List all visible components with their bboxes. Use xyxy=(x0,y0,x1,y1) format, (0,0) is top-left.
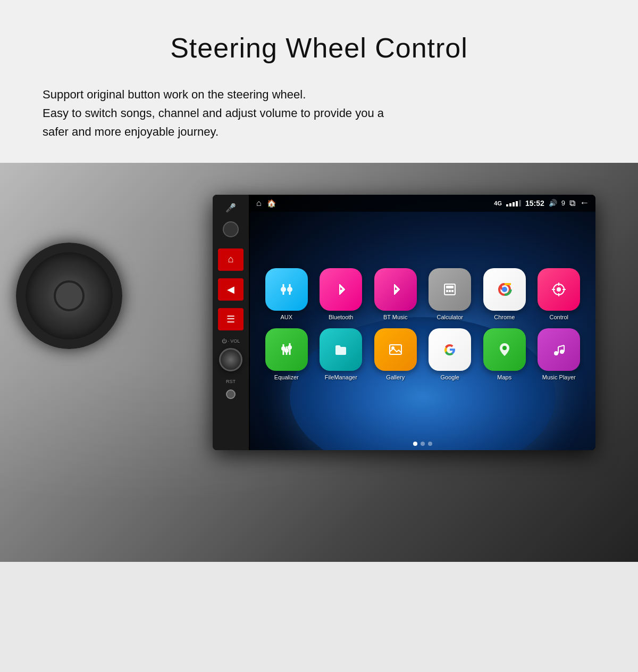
app-musicplayer[interactable]: Music Player xyxy=(538,328,580,380)
signal-4g-text: 4G xyxy=(494,200,502,206)
camera-dot xyxy=(223,221,239,237)
app-label-equalizer: Equalizer xyxy=(274,374,299,380)
app-maps[interactable]: Maps xyxy=(483,328,526,380)
back-icon: ◀ xyxy=(227,284,234,295)
svg-point-23 xyxy=(284,349,289,353)
bar2 xyxy=(509,203,511,206)
volume-number: 9 xyxy=(561,199,565,207)
app-icon-google xyxy=(429,328,471,371)
app-label-calculator: Calculator xyxy=(436,314,463,320)
status-house-icon[interactable]: 🏠 xyxy=(267,199,276,208)
app-grid: AUXBluetoothBT MusicCalculatorChromeCont… xyxy=(250,215,595,434)
svg-rect-7 xyxy=(446,286,454,288)
status-right: 4G 15:52 🔊 9 ⧉ ← xyxy=(494,197,589,209)
app-icon-musicplayer xyxy=(538,328,580,371)
app-icon-gallery xyxy=(374,328,417,371)
rst-button[interactable] xyxy=(226,389,236,399)
left-panel: 🎤 ⌂ ◀ ☰ ⏻ · VOL RST xyxy=(213,195,250,450)
app-control[interactable]: Control xyxy=(538,268,580,320)
app-filemanager[interactable]: FileManager xyxy=(320,328,362,380)
home-button[interactable]: ⌂ xyxy=(218,248,244,271)
app-icon-filemanager xyxy=(320,328,362,371)
status-home-icon[interactable]: ⌂ xyxy=(256,198,262,208)
top-section: Steering Wheel Control Support original … xyxy=(0,0,638,163)
app-icon-chrome xyxy=(483,268,526,311)
menu-button[interactable]: ☰ xyxy=(218,308,244,330)
home-icon: ⌂ xyxy=(228,254,234,265)
app-label-chrome: Chrome xyxy=(494,314,515,320)
main-screen: ⌂ 🏠 4G 15:52 🔊 9 ⧉ xyxy=(250,195,595,450)
app-label-aux: AUX xyxy=(280,314,292,320)
app-icon-bluetooth xyxy=(320,268,362,311)
app-google[interactable]: Google xyxy=(429,328,471,380)
menu-icon: ☰ xyxy=(226,313,235,325)
svg-rect-10 xyxy=(451,290,454,292)
app-icon-control xyxy=(538,268,580,311)
svg-point-0 xyxy=(281,287,286,292)
app-label-bluetooth: Bluetooth xyxy=(329,314,353,320)
volume-knob[interactable] xyxy=(219,348,242,371)
app-chrome[interactable]: Chrome xyxy=(483,268,526,320)
bar4 xyxy=(516,201,518,206)
steering-wheel-circle xyxy=(16,243,122,349)
app-icon-calculator xyxy=(429,268,471,311)
back-button[interactable]: ◀ xyxy=(218,278,244,301)
page-title: Steering Wheel Control xyxy=(43,32,595,64)
app-equalizer[interactable]: Equalizer xyxy=(265,328,308,380)
svg-line-32 xyxy=(558,345,564,347)
description-block: Support original button work on the stee… xyxy=(43,85,595,142)
svg-point-1 xyxy=(287,287,292,292)
vol-label: ⏻ · VOL xyxy=(222,338,240,344)
bar5 xyxy=(519,200,521,206)
status-bar: ⌂ 🏠 4G 15:52 🔊 9 ⧉ xyxy=(250,195,595,212)
head-unit: 🎤 ⌂ ◀ ☰ ⏻ · VOL RST xyxy=(213,195,595,450)
svg-rect-9 xyxy=(449,290,451,292)
svg-point-29 xyxy=(560,350,564,354)
car-section: 🎤 ⌂ ◀ ☰ ⏻ · VOL RST xyxy=(0,163,638,562)
dot-3[interactable] xyxy=(428,442,432,446)
bar1 xyxy=(506,204,508,206)
status-left: ⌂ 🏠 xyxy=(256,198,276,208)
bar3 xyxy=(513,202,515,206)
description-line1: Support original button work on the stee… xyxy=(43,88,306,101)
dot-2[interactable] xyxy=(421,442,425,446)
app-gallery[interactable]: Gallery xyxy=(374,328,417,380)
pagination-dots xyxy=(413,442,432,446)
app-label-btmusic: BT Music xyxy=(383,314,408,320)
app-label-filemanager: FileManager xyxy=(325,374,357,380)
app-btmusic[interactable]: BT Music xyxy=(374,268,417,320)
app-row-1: AUXBluetoothBT MusicCalculatorChromeCont… xyxy=(261,268,585,320)
app-aux[interactable]: AUX xyxy=(265,268,308,320)
svg-point-28 xyxy=(554,351,558,355)
description: Support original button work on the stee… xyxy=(43,85,384,142)
app-label-control: Control xyxy=(550,314,568,320)
app-label-maps: Maps xyxy=(497,374,511,380)
signal-bars xyxy=(506,200,521,206)
app-icon-equalizer xyxy=(265,328,308,371)
svg-point-27 xyxy=(502,346,507,350)
description-line2: Easy to switch songs, channel and adjust… xyxy=(43,106,384,120)
time-display: 15:52 xyxy=(525,199,544,208)
app-icon-maps xyxy=(483,328,526,371)
app-row-2: EqualizerFileManagerGalleryGoogleMapsMus… xyxy=(261,328,585,380)
back-arrow-icon[interactable]: ← xyxy=(580,197,589,209)
app-icon-btmusic xyxy=(374,268,417,311)
svg-point-12 xyxy=(502,287,507,292)
app-label-google: Google xyxy=(441,374,459,380)
svg-point-14 xyxy=(557,287,561,292)
app-label-musicplayer: Music Player xyxy=(542,374,576,380)
description-line3: safer and more enjoyable journey. xyxy=(43,125,219,138)
dot-1[interactable] xyxy=(413,442,417,446)
svg-rect-8 xyxy=(446,290,448,292)
app-icon-aux xyxy=(265,268,308,311)
mic-icon: 🎤 xyxy=(225,203,236,213)
app-calculator[interactable]: Calculator xyxy=(429,268,471,320)
steering-wheel xyxy=(16,243,133,360)
svg-point-24 xyxy=(288,345,292,350)
app-label-gallery: Gallery xyxy=(386,374,405,380)
multiwindow-icon[interactable]: ⧉ xyxy=(569,198,575,208)
rst-label: RST xyxy=(226,379,236,384)
app-bluetooth[interactable]: Bluetooth xyxy=(320,268,362,320)
volume-status-icon: 🔊 xyxy=(549,199,557,207)
